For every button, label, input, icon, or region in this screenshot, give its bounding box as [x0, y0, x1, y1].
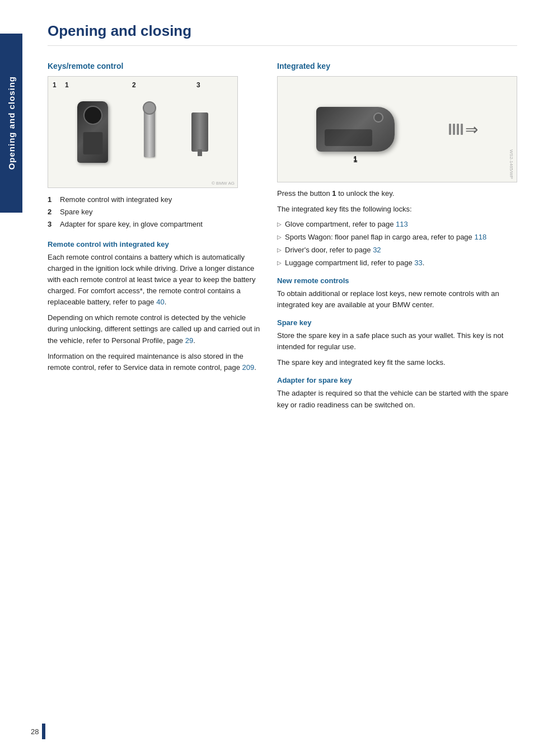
link-page-113[interactable]: 113: [396, 220, 408, 228]
sidebar-label: Opening and closing: [0, 34, 22, 213]
connector-lines: [449, 124, 463, 135]
key-item-1: 1: [77, 101, 108, 163]
key-item-2: [144, 107, 155, 157]
bullet-item-3: Driver's door, refer to page 32: [277, 245, 517, 256]
list-num-2: 2: [48, 207, 55, 217]
right-column: Integrated key 1: [277, 62, 517, 415]
key-item-3: [191, 112, 208, 152]
conn-line-2: [453, 124, 455, 135]
spare-key-heading: Spare key: [277, 318, 517, 327]
sidebar-label-text: Opening and closing: [7, 76, 16, 170]
new-remote-heading: New remote controls: [277, 276, 517, 285]
para-2: Depending on which remote control is det…: [48, 312, 260, 346]
page-footer: 28: [31, 724, 45, 739]
overlay-num-3: 3: [196, 81, 200, 89]
remote-control-heading: Remote control with integrated key: [48, 240, 260, 248]
keys-image: 1 1 2 3 © BMW AG: [48, 76, 238, 188]
conn-line-4: [461, 124, 463, 135]
key-body-detail: [325, 129, 372, 146]
adapter-heading: Adapter for spare key: [277, 376, 517, 384]
bullet-item-4: Luggage compartment lid, refer to page 3…: [277, 258, 517, 269]
bullet-item-2: Sports Wagon: floor panel flap in cargo …: [277, 232, 517, 243]
list-text-2: Spare key: [60, 207, 93, 217]
bullet-text-1: Glove compartment, refer to page 113: [285, 219, 408, 230]
link-page-33[interactable]: 33: [414, 259, 422, 267]
image-watermark: © BMW AG: [212, 181, 235, 186]
key-housing-container: 1: [316, 107, 395, 152]
link-page-118[interactable]: 118: [474, 233, 486, 241]
left-column: Keys/remote control 1: [48, 62, 260, 415]
list-item-2: 2 Spare key: [48, 207, 260, 217]
conn-line-3: [457, 124, 459, 135]
bullet-list: Glove compartment, refer to page 113 Spo…: [277, 219, 517, 268]
link-page-32[interactable]: 32: [373, 246, 381, 254]
key-num-1: 1: [53, 81, 57, 89]
spare-key-text-2: The spare key and integrated key fit the…: [277, 357, 517, 368]
list-text-1: Remote control with integrated key: [60, 195, 172, 205]
overlay-num-2: 2: [132, 81, 136, 89]
list-item-1: 1 Remote control with integrated key: [48, 195, 260, 205]
key-label-1: 1: [353, 156, 357, 164]
adapter-text: The adapter is required so that the vehi…: [277, 388, 517, 410]
key-housing-shape: [316, 107, 395, 152]
link-page-29[interactable]: 29: [185, 336, 193, 345]
page-number: 28: [31, 727, 39, 736]
press-button-text: Press the button 1 to unlock the key.: [277, 188, 517, 199]
remote-key-illustration: [77, 101, 108, 163]
bullet-text-4: Luggage compartment lid, refer to page 3…: [285, 258, 424, 269]
fits-locks-text: The integrated key fits the following lo…: [277, 204, 517, 215]
para-1: Each remote control contains a battery w…: [48, 252, 260, 308]
list-num-3: 3: [48, 219, 55, 229]
arrow-right-icon: ⇒: [465, 120, 478, 139]
list-text-3: Adapter for spare key, in glove compartm…: [60, 219, 203, 229]
link-page-209[interactable]: 209: [242, 363, 255, 372]
integrated-key-heading: Integrated key: [277, 62, 517, 71]
adapter-key-illustration: [191, 112, 208, 152]
bullet-text-2: Sports Wagon: floor panel flap in cargo …: [285, 232, 486, 243]
integrated-key-image: 1 ⇒ WS2-1465/WP: [277, 76, 517, 182]
overlay-num-1: 1: [65, 81, 69, 89]
keys-remote-heading: Keys/remote control: [48, 62, 260, 71]
page-bar-accent: [42, 724, 45, 739]
bullet-text-3: Driver's door, refer to page 32: [285, 245, 381, 256]
para-3: Information on the required maintenance …: [48, 351, 260, 373]
conn-line-1: [449, 124, 451, 135]
page-title: Opening and closing: [48, 22, 517, 46]
list-item-3: 3 Adapter for spare key, in glove compar…: [48, 219, 260, 229]
new-remote-text: To obtain additional or replace lost key…: [277, 288, 517, 311]
bullet-item-1: Glove compartment, refer to page 113: [277, 219, 517, 230]
link-page-40[interactable]: 40: [156, 298, 164, 306]
right-image-watermark: WS2-1465/WP: [509, 149, 514, 179]
connector-group: ⇒: [449, 120, 478, 139]
keys-list: 1 Remote control with integrated key 2 S…: [48, 195, 260, 230]
spare-key-illustration: [144, 107, 155, 157]
key-button: [373, 112, 383, 123]
spare-key-text-1: Store the spare key in a safe place such…: [277, 330, 517, 353]
list-num-1: 1: [48, 195, 55, 205]
